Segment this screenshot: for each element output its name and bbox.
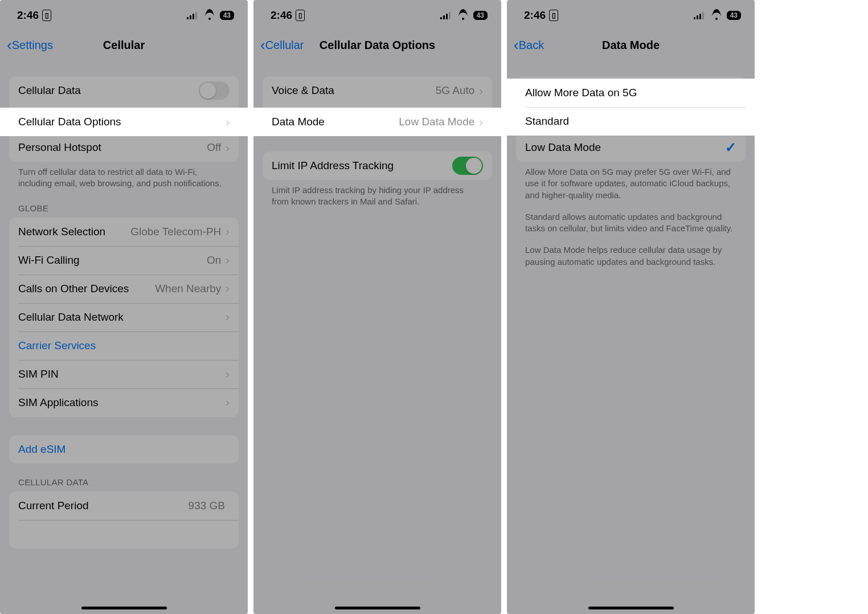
nav-title: Cellular Data Options [253,39,501,52]
row-carrier-services[interactable]: Carrier Services [9,331,239,360]
label: Calls on Other Devices [18,283,155,295]
sim-indicator-icon: ▯ [42,10,51,21]
chevron-right-icon: › [226,225,230,238]
label: SIM PIN [18,368,226,380]
wifi-icon [204,11,215,20]
row-limit-ip-tracking[interactable]: Limit IP Address Tracking [263,152,492,180]
group-add-esim: Add eSIM [9,435,239,464]
value: When Nearby [155,283,221,295]
label: Add eSIM [18,443,230,456]
label: Carrier Services [18,339,230,352]
value: Globe Telecom-PH [130,226,221,238]
nav-bar: ‹ Settings Cellular [0,31,248,59]
chevron-right-icon: › [226,310,230,324]
status-bar: 2:46 ▯ 43 [507,0,755,31]
row-current-period[interactable]: Current Period 933 GB [9,492,239,520]
value: Low Data Mode [399,116,474,128]
chevron-right-icon: › [479,84,483,97]
value: Off [207,141,221,154]
footer-data-mode-1: Allow More Data on 5G may prefer 5G over… [516,162,746,201]
nav-bar: ‹ Cellular Cellular Data Options [253,31,501,59]
footer-cell-top: Turn off cellular data to restrict all d… [9,162,239,190]
label: Personal Hotspot [18,141,207,154]
footer-data-mode-3: Low Data Mode helps reduce cellular data… [516,234,746,268]
row-standard[interactable]: Standard [507,107,755,136]
highlight-allow-more-standard: Allow More Data on 5G Standard [507,79,755,136]
row-wifi-calling[interactable]: Wi-Fi Calling On › [9,246,239,275]
sim-indicator-icon: ▯ [296,10,305,21]
home-indicator[interactable] [81,607,167,609]
row-data-mode[interactable]: Data Mode Low Data Mode › [253,108,501,136]
home-indicator[interactable] [335,607,420,609]
label: Limit IP Address Tracking [272,159,452,172]
row-cellular-data-options[interactable]: Cellular Data Options › [0,108,248,136]
label: SIM Applications [18,396,226,409]
highlight-data-mode: Data Mode Low Data Mode › [253,108,501,136]
cell-signal-icon [187,11,199,19]
row-network-selection[interactable]: Network Selection Globe Telecom-PH › [9,218,239,246]
status-time: 2:46 [271,9,292,22]
screen-cellular: 2:46 ▯ 43 ‹ Settings Cellular Cellular D… [0,0,248,614]
row-personal-hotspot[interactable]: Personal Hotspot Off › [9,133,239,162]
label: Wi-Fi Calling [18,254,207,267]
row-sim-pin[interactable]: SIM PIN › [9,360,239,388]
screen-cellular-data-options: 2:46 ▯ 43 ‹ Cellular Cellular Data Optio… [253,0,501,614]
label: Cellular Data [18,84,199,97]
row-calls-other-devices[interactable]: Calls on Other Devices When Nearby › [9,275,239,303]
group-limit-ip: Limit IP Address Tracking [263,152,492,180]
battery-icon: 43 [727,11,741,20]
sim-indicator-icon: ▯ [549,10,558,21]
group-cdata: Current Period 933 GB [9,492,239,548]
value: 5G Auto [436,84,475,97]
chevron-right-icon: › [226,116,230,129]
cell-signal-icon [440,11,453,19]
chevron-right-icon: › [226,396,230,409]
label: Standard [525,115,736,128]
row-voice-and-data[interactable]: Voice & Data 5G Auto › [263,76,492,105]
value: 933 GB [189,500,225,512]
checkmark-icon: ✓ [725,140,736,155]
nav-bar: ‹ Back Data Mode [507,31,755,59]
status-bar: 2:46 ▯ 43 [0,0,248,31]
screen-data-mode: 2:46 ▯ 43 ‹ Back Data Mode . . Low Data … [507,0,755,614]
highlight-cellular-data-options: Cellular Data Options › [0,108,248,136]
toggle-cellular-data[interactable] [199,81,230,100]
label: Allow More Data on 5G [525,87,736,99]
status-bar: 2:46 ▯ 43 [253,0,501,31]
label: Data Mode [272,116,399,128]
chevron-right-icon: › [226,141,230,154]
row-more[interactable] [9,520,239,548]
chevron-right-icon: › [226,282,230,295]
wifi-icon [711,11,722,20]
label: Low Data Mode [525,141,725,154]
footer-data-mode-2: Standard allows automatic updates and ba… [516,201,746,235]
row-allow-more-data-5g[interactable]: Allow More Data on 5G [507,79,755,107]
chevron-right-icon: › [479,116,483,129]
battery-icon: 43 [220,11,234,20]
label: Voice & Data [272,84,436,97]
label: Network Selection [18,226,130,238]
chevron-right-icon: › [226,367,230,380]
value: On [207,254,221,267]
nav-title: Cellular [0,39,248,52]
cell-signal-icon [694,11,706,19]
label: Current Period [18,500,189,512]
section-header-cdata: CELLULAR DATA [9,464,239,492]
status-time: 2:46 [524,9,546,22]
row-low-data-mode[interactable]: Low Data Mode ✓ [516,133,746,162]
nav-title: Data Mode [507,39,755,52]
group-globe: Network Selection Globe Telecom-PH › Wi-… [9,218,239,417]
battery-icon: 43 [473,11,488,20]
row-cellular-data-network[interactable]: Cellular Data Network › [9,303,239,331]
label: Cellular Data Options [18,116,226,128]
row-add-esim[interactable]: Add eSIM [9,435,239,464]
row-cellular-data[interactable]: Cellular Data [9,76,239,105]
wifi-icon [457,11,469,20]
row-sim-applications[interactable]: SIM Applications › [9,388,239,417]
toggle-limit-ip[interactable] [452,157,483,175]
chevron-right-icon: › [226,253,230,267]
section-header-globe: GLOBE [9,190,239,218]
footer-limit-ip: Limit IP address tracking by hiding your… [263,180,492,208]
label: Cellular Data Network [18,311,226,324]
home-indicator[interactable] [588,607,674,609]
